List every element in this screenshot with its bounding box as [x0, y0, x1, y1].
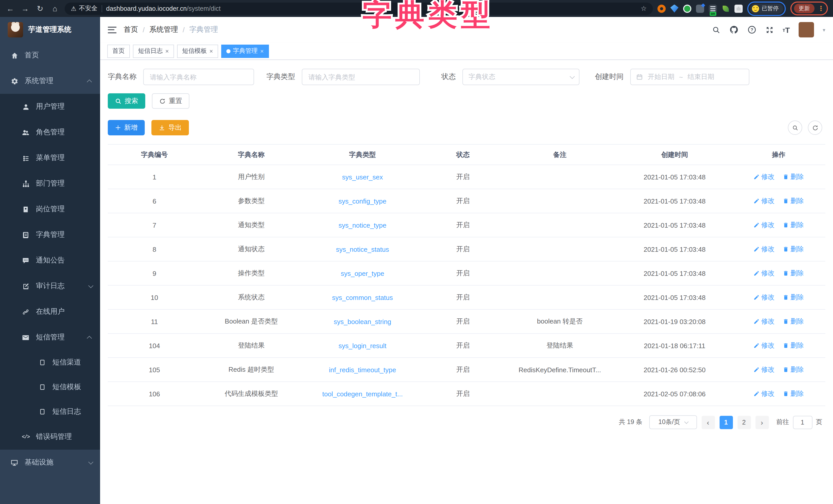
fullscreen-icon[interactable]	[765, 25, 774, 34]
edit-link[interactable]: 修改	[754, 293, 775, 302]
user-avatar[interactable]	[799, 22, 814, 37]
font-size-icon[interactable]: тT	[783, 25, 790, 34]
extension-icon[interactable]	[658, 4, 666, 12]
close-icon[interactable]: ×	[260, 48, 264, 54]
gear-icon	[10, 77, 19, 85]
browser-menu-icon[interactable]: ⋮	[817, 5, 824, 12]
view-tab[interactable]: 首页 ×	[107, 44, 130, 58]
edit-link[interactable]: 修改	[754, 196, 775, 206]
breadcrumb-system[interactable]: 系统管理	[149, 25, 178, 34]
delete-link[interactable]: 删除	[783, 269, 804, 278]
status-select[interactable]: 字典状态	[462, 69, 579, 85]
back-icon[interactable]: ←	[5, 5, 16, 12]
breadcrumb-home[interactable]: 首页	[124, 25, 138, 34]
date-range-picker[interactable]: 开始日期 ~ 结束日期	[630, 69, 749, 85]
sidebar-item[interactable]: 短信管理	[0, 325, 100, 350]
hamburger-icon[interactable]	[108, 26, 117, 33]
view-tab[interactable]: 短信模板 ×	[177, 44, 218, 58]
app-logo[interactable]: 芋道管理系统	[0, 17, 100, 43]
edit-link[interactable]: 修改	[754, 172, 775, 181]
github-icon[interactable]	[729, 25, 739, 34]
delete-link[interactable]: 删除	[783, 245, 804, 254]
dict-type-link[interactable]: sys_notice_status	[302, 237, 423, 261]
search-button[interactable]: 搜索	[108, 93, 145, 109]
forward-icon[interactable]: →	[20, 5, 30, 12]
page-number-button[interactable]: 1	[719, 415, 733, 429]
delete-link[interactable]: 删除	[783, 389, 804, 398]
sidebar-item[interactable]: 基础设施	[0, 450, 100, 475]
dict-type-link[interactable]: sys_login_result	[302, 333, 423, 358]
edit-link[interactable]: 修改	[754, 221, 775, 230]
table-search-icon[interactable]	[788, 121, 802, 135]
search-icon[interactable]	[712, 25, 721, 34]
dict-type-link[interactable]: sys_notice_type	[302, 213, 423, 237]
edit-link[interactable]: 修改	[754, 389, 775, 398]
export-button[interactable]: 导出	[151, 120, 189, 135]
dict-type-link[interactable]: sys_user_sex	[302, 165, 423, 189]
sidebar-item[interactable]: 用户管理	[0, 94, 100, 120]
dict-type-link[interactable]: sys_common_status	[302, 285, 423, 309]
page-number-button[interactable]: 2	[737, 415, 751, 429]
security-warning[interactable]: ⚠不安全	[71, 4, 97, 13]
dict-type-link[interactable]: sys_boolean_string	[302, 309, 423, 333]
address-bar[interactable]: ⚠不安全 dashboard.yudao.iocoder.cn/system/d…	[65, 2, 653, 15]
sidebar-item[interactable]: 审计日志	[0, 273, 100, 299]
dict-name-input[interactable]	[143, 69, 254, 85]
goto-page-input[interactable]	[793, 415, 812, 429]
bookmark-star-icon[interactable]: ☆	[641, 5, 647, 12]
chevron-down-icon[interactable]: ▾	[823, 27, 825, 32]
sidebar-item[interactable]: 短信渠道	[0, 350, 100, 375]
close-icon[interactable]: ×	[209, 48, 213, 54]
dict-type-link[interactable]: inf_redis_timeout_type	[302, 358, 423, 382]
sidebar-item[interactable]: 系统管理	[0, 68, 100, 94]
sidebar-item[interactable]: 通知公告	[0, 248, 100, 273]
chrome-update-button[interactable]: 更新	[794, 4, 814, 13]
prev-page-button[interactable]: ‹	[701, 415, 715, 429]
extension-icon[interactable]	[670, 4, 679, 12]
extension-icon[interactable]	[696, 4, 704, 12]
view-tab[interactable]: 字典管理 ×	[221, 44, 269, 58]
profile-paused-badge[interactable]: 已暂停	[750, 3, 783, 14]
view-tab[interactable]: 短信日志 ×	[133, 44, 174, 58]
filter-form: 字典名称 字典类型 状态 字典状态 创建时间 开始日期 ~ 结束日期	[108, 69, 825, 85]
dict-type-link[interactable]: sys_oper_type	[302, 261, 423, 285]
delete-link[interactable]: 删除	[783, 196, 804, 206]
sidebar-item[interactable]: </> 错误码管理	[0, 424, 100, 450]
extension-icon[interactable]: on	[709, 4, 717, 12]
table-refresh-icon[interactable]	[808, 121, 822, 135]
delete-link[interactable]: 删除	[783, 172, 804, 181]
reload-icon[interactable]: ↻	[35, 5, 45, 12]
delete-link[interactable]: 删除	[783, 221, 804, 230]
dict-type-link[interactable]: tool_codegen_template_t...	[302, 382, 423, 406]
sidebar-item[interactable]: 短信日志	[0, 399, 100, 424]
close-icon[interactable]: ×	[165, 48, 169, 54]
dict-type-input[interactable]	[302, 69, 420, 85]
add-button[interactable]: 新增	[108, 120, 145, 135]
sidebar-item[interactable]: 部门管理	[0, 171, 100, 196]
edit-link[interactable]: 修改	[754, 341, 775, 350]
reset-button[interactable]: 重置	[152, 93, 189, 109]
next-page-button[interactable]: ›	[755, 415, 768, 429]
sidebar-item[interactable]: 角色管理	[0, 120, 100, 145]
home-icon[interactable]: ⌂	[50, 5, 60, 12]
help-icon[interactable]: ?	[747, 25, 757, 34]
delete-link[interactable]: 删除	[783, 341, 804, 350]
extensions-puzzle-icon[interactable]	[735, 4, 743, 12]
page-size-select[interactable]: 10条/页	[649, 415, 697, 429]
edit-link[interactable]: 修改	[754, 245, 775, 254]
edit-link[interactable]: 修改	[754, 269, 775, 278]
dict-type-link[interactable]: sys_config_type	[302, 189, 423, 213]
sidebar-item[interactable]: 首页	[0, 43, 100, 68]
sidebar-item[interactable]: 短信模板	[0, 375, 100, 399]
extension-icon[interactable]	[683, 4, 691, 12]
edit-link[interactable]: 修改	[754, 317, 775, 326]
sidebar-item[interactable]: 菜单管理	[0, 145, 100, 171]
delete-link[interactable]: 删除	[783, 365, 804, 374]
delete-link[interactable]: 删除	[783, 317, 804, 326]
sidebar-item[interactable]: 在线用户	[0, 299, 100, 325]
sidebar-item[interactable]: 岗位管理	[0, 196, 100, 222]
extension-icon[interactable]	[722, 4, 730, 12]
edit-link[interactable]: 修改	[754, 365, 775, 374]
delete-link[interactable]: 删除	[783, 293, 804, 302]
sidebar-item[interactable]: 字典管理	[0, 222, 100, 248]
